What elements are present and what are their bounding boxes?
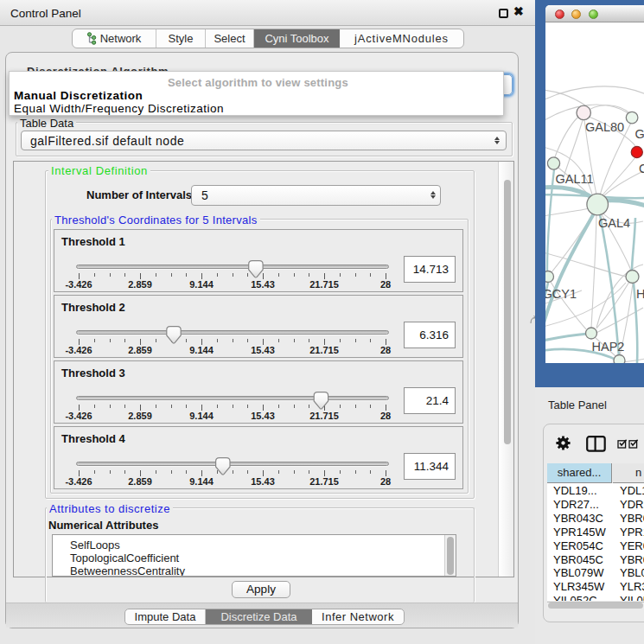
svg-text:GAL4: GAL4: [598, 216, 630, 230]
svg-text:GAL: GAL: [635, 127, 644, 141]
svg-text:HAP2: HAP2: [592, 340, 625, 354]
svg-text:GAL11: GAL11: [556, 172, 594, 186]
svg-text:GCY1: GCY1: [545, 287, 577, 301]
svg-text:HA: HA: [636, 287, 644, 301]
svg-text:CY: CY: [639, 162, 644, 175]
svg-text:GAL80: GAL80: [585, 120, 624, 134]
